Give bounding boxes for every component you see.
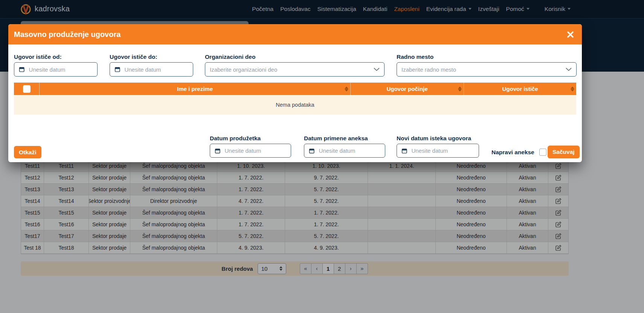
filter-label-org-unit: Organizacioni deo (205, 54, 255, 60)
select-all-checkbox[interactable] (23, 85, 31, 93)
make-annexes-label: Napravi anekse (491, 149, 534, 156)
column-header-label: Ugovor počinje (386, 86, 427, 92)
filter-label-workplace: Radno mesto (397, 54, 433, 60)
modal-title: Masovno produženje ugovora (14, 30, 121, 39)
new-expiry-date-input[interactable] (397, 144, 479, 158)
close-icon[interactable] (567, 31, 574, 38)
calendar-icon (309, 147, 314, 154)
empty-table-message: Nema podataka (14, 95, 576, 115)
annex-apply-date-field[interactable] (319, 147, 380, 154)
sort-icon[interactable] (345, 86, 348, 91)
column-header-label: Ime i prezime (177, 86, 213, 92)
column-header-contract-start[interactable]: Ugovor počinje (350, 83, 464, 95)
expires-to-date-input[interactable] (110, 62, 193, 77)
make-annexes-checkbox[interactable] (539, 149, 546, 156)
expires-from-date-input[interactable] (14, 62, 98, 77)
modal-table-header: Ime i prezime Ugovor počinje Ugovor isti… (14, 83, 576, 95)
sort-icon[interactable] (458, 86, 462, 91)
extension-date-field[interactable] (224, 147, 286, 154)
org-unit-select[interactable]: Izaberite organizacioni deo (205, 62, 385, 77)
cancel-button[interactable]: Otkaži (14, 146, 41, 158)
chevron-down-icon (374, 68, 380, 71)
mass-contract-extension-modal: Masovno produženje ugovora Ugovor ističe… (8, 24, 582, 162)
expires-from-input[interactable] (29, 66, 93, 73)
calendar-icon (114, 66, 121, 73)
column-header-contract-expires[interactable]: Ugovor ističe (464, 83, 576, 95)
org-unit-placeholder: Izaberite organizacioni deo (210, 66, 369, 73)
label-new-expiry-date: Novi datum isteka ugovora (397, 135, 471, 142)
select-all-cell (14, 83, 39, 95)
label-annex-apply-date: Datum primene aneksa (304, 135, 368, 142)
annex-apply-date-input[interactable] (304, 144, 385, 158)
filter-label-expires-to: Ugovor ističe do: (110, 54, 157, 60)
column-header-name[interactable]: Ime i prezime (39, 83, 350, 95)
workplace-placeholder: Izaberite radno mesto (401, 66, 562, 73)
label-extension-date: Datum produžetka (210, 135, 261, 142)
new-expiry-date-field[interactable] (412, 147, 474, 154)
calendar-icon (215, 147, 220, 154)
filter-label-expires-from: Ugovor ističe od: (14, 54, 62, 60)
calendar-icon (19, 66, 25, 73)
workplace-select[interactable]: Izaberite radno mesto (397, 62, 577, 77)
column-header-label: Ugovor ističe (502, 86, 538, 92)
expires-to-input[interactable] (125, 66, 188, 73)
sort-icon[interactable] (571, 86, 574, 91)
chevron-down-icon (566, 68, 572, 71)
save-button[interactable]: Sačuvaj (548, 146, 580, 158)
app-root: Test11Test11Sektor prodajeŠef maloprodaj… (0, 0, 644, 313)
calendar-icon (401, 147, 407, 154)
make-annexes-group: Napravi anekse (491, 149, 546, 156)
extension-date-input[interactable] (210, 144, 291, 158)
modal-header: Masovno produženje ugovora (8, 24, 582, 44)
